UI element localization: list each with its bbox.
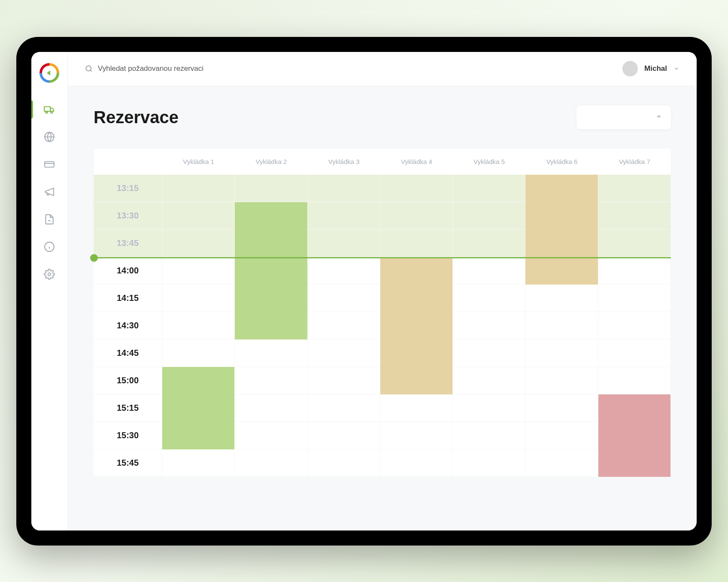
booking-block[interactable] xyxy=(598,394,670,477)
schedule-cell[interactable] xyxy=(162,230,235,257)
time-cell: 14:00 xyxy=(94,257,162,284)
schedule-cell[interactable] xyxy=(235,367,307,394)
schedule-cell[interactable] xyxy=(235,340,307,367)
schedule-cell[interactable] xyxy=(162,257,235,284)
time-cell: 15:30 xyxy=(94,422,162,449)
schedule-cell[interactable] xyxy=(162,312,235,339)
schedule-cell[interactable] xyxy=(453,340,525,367)
schedule-cell[interactable] xyxy=(525,312,598,339)
schedule-cell[interactable] xyxy=(453,394,525,421)
schedule-cell[interactable] xyxy=(525,340,598,367)
app-logo[interactable] xyxy=(39,63,60,83)
document-icon[interactable] xyxy=(44,214,55,225)
schedule-cell[interactable] xyxy=(525,449,598,476)
schedule-cell[interactable] xyxy=(453,449,525,476)
megaphone-icon[interactable] xyxy=(44,186,55,197)
schedule-cell[interactable] xyxy=(308,312,380,339)
schedule-cell[interactable] xyxy=(162,175,235,202)
schedule-cell[interactable] xyxy=(162,367,235,394)
column-header: Vykládka 1 xyxy=(162,149,235,175)
filter-dropdown[interactable] xyxy=(576,106,671,129)
time-cell: 14:15 xyxy=(94,285,162,312)
schedule-cell[interactable] xyxy=(162,449,235,476)
schedule-cell[interactable] xyxy=(308,257,380,284)
schedule-cell[interactable] xyxy=(598,312,671,339)
schedule-cell[interactable] xyxy=(308,175,380,202)
schedule-cell[interactable] xyxy=(453,367,525,394)
schedule-cell[interactable] xyxy=(162,340,235,367)
truck-icon[interactable] xyxy=(44,104,55,115)
schedule-cell[interactable] xyxy=(162,285,235,312)
schedule-cell[interactable] xyxy=(598,175,671,202)
column-header: Vykládka 7 xyxy=(598,149,671,175)
schedule-cell[interactable] xyxy=(308,394,380,421)
booking-block[interactable] xyxy=(380,257,452,394)
booking-block[interactable] xyxy=(525,175,598,285)
schedule-cell[interactable] xyxy=(598,394,671,421)
schedule-cell[interactable] xyxy=(453,175,525,202)
avatar xyxy=(622,61,638,76)
schedule-cell[interactable] xyxy=(598,202,671,229)
schedule-cell[interactable] xyxy=(525,367,598,394)
schedule-cell[interactable] xyxy=(235,175,307,202)
schedule-cell[interactable] xyxy=(525,175,598,202)
schedule-body: 13:1513:3013:4514:0014:1514:3014:4515:00… xyxy=(94,175,671,477)
globe-icon[interactable] xyxy=(44,131,55,142)
schedule-cell[interactable] xyxy=(308,449,380,476)
time-cell: 13:15 xyxy=(94,175,162,202)
schedule-cell[interactable] xyxy=(380,202,453,229)
schedule-cell[interactable] xyxy=(598,230,671,257)
column-header: Vykládka 4 xyxy=(380,149,453,175)
user-profile[interactable]: Michal xyxy=(622,61,679,76)
schedule-cell[interactable] xyxy=(235,422,307,449)
card-icon[interactable] xyxy=(44,159,55,170)
schedule-cell[interactable] xyxy=(598,367,671,394)
schedule-cell[interactable] xyxy=(453,230,525,257)
schedule-cell[interactable] xyxy=(525,394,598,421)
schedule-cell[interactable] xyxy=(525,285,598,312)
gear-icon[interactable] xyxy=(44,269,55,280)
column-header: Vykládka 3 xyxy=(308,149,380,175)
schedule-cell[interactable] xyxy=(453,257,525,284)
sort-icon xyxy=(655,114,662,121)
schedule-cell[interactable] xyxy=(453,312,525,339)
schedule-cell[interactable] xyxy=(308,230,380,257)
schedule-cell[interactable] xyxy=(380,394,453,421)
content-area: Rezervace Vykládka 1 Vykládka 2 Vykládka… xyxy=(68,86,697,530)
schedule-row: 13:15 xyxy=(94,175,671,202)
info-icon[interactable] xyxy=(44,241,55,252)
schedule-row: 15:45 xyxy=(94,449,671,477)
schedule-cell[interactable] xyxy=(598,340,671,367)
schedule-cell[interactable] xyxy=(525,422,598,449)
schedule-cell[interactable] xyxy=(453,285,525,312)
schedule-cell[interactable] xyxy=(380,175,453,202)
schedule-cell[interactable] xyxy=(453,202,525,229)
page-title: Rezervace xyxy=(94,108,179,127)
schedule-cell[interactable] xyxy=(235,202,307,229)
schedule-cell[interactable] xyxy=(308,422,380,449)
svg-point-1 xyxy=(46,111,47,113)
schedule-cell[interactable] xyxy=(235,394,307,421)
schedule-cell[interactable] xyxy=(308,202,380,229)
schedule-cell[interactable] xyxy=(380,257,453,284)
schedule-cell[interactable] xyxy=(308,340,380,367)
search-icon xyxy=(85,65,93,73)
search-box[interactable]: Vyhledat požadovanou rezervaci xyxy=(85,64,622,73)
booking-block[interactable] xyxy=(235,202,307,340)
username: Michal xyxy=(644,64,667,73)
main-content: Vyhledat požadovanou rezervaci Michal Re… xyxy=(68,52,697,530)
schedule-cell[interactable] xyxy=(162,202,235,229)
booking-block[interactable] xyxy=(162,367,234,449)
svg-line-12 xyxy=(90,70,91,71)
time-cell: 13:45 xyxy=(94,230,162,257)
schedule-cell[interactable] xyxy=(380,230,453,257)
search-placeholder: Vyhledat požadovanou rezervaci xyxy=(98,64,203,73)
schedule-cell[interactable] xyxy=(308,367,380,394)
schedule-cell[interactable] xyxy=(308,285,380,312)
schedule-cell[interactable] xyxy=(380,449,453,476)
schedule-cell[interactable] xyxy=(598,257,671,284)
schedule-cell[interactable] xyxy=(235,449,307,476)
schedule-cell[interactable] xyxy=(598,285,671,312)
schedule-cell[interactable] xyxy=(380,422,453,449)
schedule-cell[interactable] xyxy=(453,422,525,449)
